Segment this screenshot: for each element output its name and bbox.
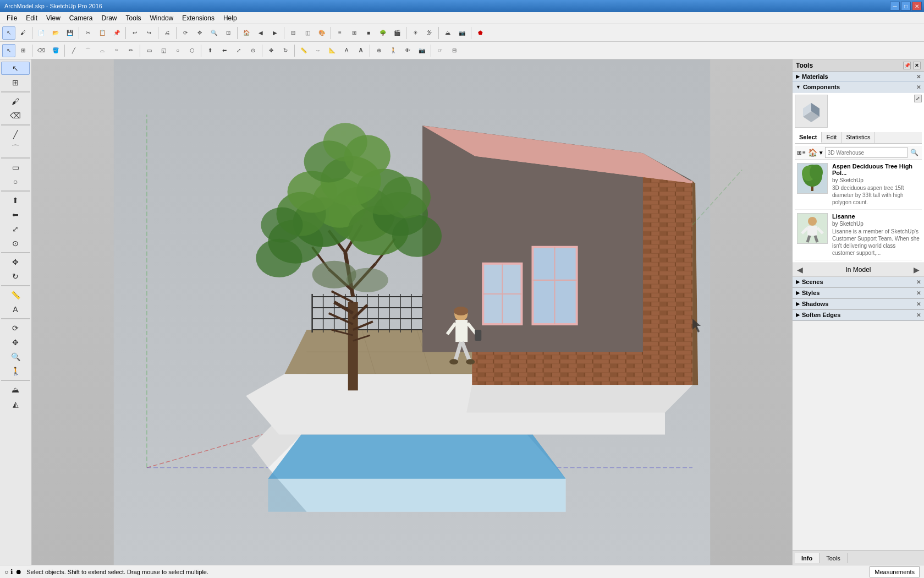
save-file-button[interactable]: 💾 xyxy=(63,26,76,40)
paint-tool-button[interactable]: 🖌 xyxy=(16,26,30,40)
list-item[interactable]: Aspen Deciduous Tree High Pol... by Sket… xyxy=(795,160,922,210)
rotated-rect-button[interactable]: ◱ xyxy=(157,44,170,57)
rectangle-tool-button[interactable]: ▭ xyxy=(142,44,156,57)
zoom-button[interactable]: 🔍 xyxy=(207,26,221,40)
menu-item-file[interactable]: File xyxy=(2,13,21,23)
scale-button[interactable]: ⤢ xyxy=(232,44,245,57)
soften-edges-close-button[interactable]: ✕ xyxy=(916,312,921,318)
styles-button[interactable]: 🎨 xyxy=(315,26,328,40)
freehand-button[interactable]: ✏ xyxy=(124,44,138,57)
styles-section-header[interactable]: ▶ Styles ✕ xyxy=(793,288,924,298)
components-section-header[interactable]: ▼ Components ✕ xyxy=(793,82,924,92)
look-button[interactable]: 👁 xyxy=(401,44,414,57)
in-model-prev-button[interactable]: ◀ xyxy=(797,265,803,274)
circle-side-button[interactable]: ○ xyxy=(1,175,30,188)
sandbox-side-button[interactable]: ⛰ xyxy=(1,383,30,396)
shadows-close-button[interactable]: ✕ xyxy=(916,301,921,307)
tape-measure-button[interactable]: 📏 xyxy=(297,44,310,57)
components-close-button[interactable]: ✕ xyxy=(916,84,921,90)
push-pull-side-button[interactable]: ⬆ xyxy=(1,194,30,207)
menu-item-draw[interactable]: Draw xyxy=(97,13,122,23)
position-camera-button[interactable]: 📷 xyxy=(415,44,428,57)
text-button[interactable]: A xyxy=(340,44,353,57)
warehouse-search-button[interactable]: 🔍 xyxy=(909,147,920,158)
move-button[interactable]: ✥ xyxy=(265,44,278,57)
status-icon-2[interactable]: ℹ xyxy=(10,568,13,576)
eraser-button[interactable]: ⌫ xyxy=(35,44,48,57)
menu-item-help[interactable]: Help xyxy=(219,13,241,23)
arc2-tool-button[interactable]: ⌓ xyxy=(96,44,109,57)
scale-side-button[interactable]: ⤢ xyxy=(1,222,30,236)
arc3-tool-button[interactable]: ⌔ xyxy=(110,44,123,57)
arc-side-button[interactable]: ⌒ xyxy=(1,142,30,155)
orbit-side-button[interactable]: ⟳ xyxy=(1,321,30,335)
close-button[interactable]: ✕ xyxy=(912,2,922,10)
menu-item-tools[interactable]: Tools xyxy=(122,13,146,23)
push-pull-button[interactable]: ⬆ xyxy=(204,44,217,57)
tab-info[interactable]: Info xyxy=(795,553,820,563)
orbit-button[interactable]: ⟳ xyxy=(179,26,192,40)
materials-button[interactable]: ■ xyxy=(362,26,375,40)
tape-side-button[interactable]: 📏 xyxy=(1,288,30,302)
paint-bucket-button[interactable]: 🪣 xyxy=(49,44,62,57)
line-side-button[interactable]: ╱ xyxy=(1,128,30,141)
pan-side-button[interactable]: ✥ xyxy=(1,336,30,349)
undo-button[interactable]: ↩ xyxy=(128,26,141,40)
scenes-close-button[interactable]: ✕ xyxy=(916,279,921,285)
copy-button[interactable]: 📋 xyxy=(96,26,109,40)
component-side-button[interactable]: ⊞ xyxy=(1,76,30,89)
zoom-extents-button[interactable]: ⊡ xyxy=(222,26,235,40)
shadows-button[interactable]: ☀ xyxy=(409,26,422,40)
list-item[interactable]: Lisanne by SketchUp Lisanne is a member … xyxy=(795,210,922,260)
section-plane-button[interactable]: ⊟ xyxy=(287,26,300,40)
circle-tool-button[interactable]: ○ xyxy=(171,44,184,57)
paint-side-button[interactable]: 🖌 xyxy=(1,95,30,108)
move-side-button[interactable]: ✥ xyxy=(1,255,30,269)
tab-select[interactable]: Select xyxy=(795,132,822,143)
ruby-console-button[interactable]: ⬟ xyxy=(474,26,487,40)
select-tool2-button[interactable]: ↖ xyxy=(2,44,15,57)
expand-components-button[interactable]: ⤢ xyxy=(914,95,922,102)
list-view-icon[interactable]: ≡ xyxy=(802,150,806,156)
canvas-area[interactable] xyxy=(32,59,792,565)
layers-button[interactable]: ≡ xyxy=(333,26,346,40)
menu-item-window[interactable]: Window xyxy=(146,13,178,23)
pin-button[interactable]: 📌 xyxy=(903,62,911,69)
new-file-button[interactable]: 📄 xyxy=(35,26,48,40)
polygon-tool-button[interactable]: ⬡ xyxy=(185,44,199,57)
3d-text-button[interactable]: A xyxy=(354,44,367,57)
open-file-button[interactable]: 📂 xyxy=(49,26,62,40)
menu-item-edit[interactable]: Edit xyxy=(21,13,42,23)
soften-edges-section-header[interactable]: ▶ Soften Edges ✕ xyxy=(793,310,924,320)
component-tool-button[interactable]: ⊞ xyxy=(16,44,30,57)
previous-view-button[interactable]: ◀ xyxy=(254,26,267,40)
status-icon-1[interactable]: ○ xyxy=(4,568,8,576)
in-model-next-button[interactable]: ▶ xyxy=(914,265,920,274)
components-button[interactable]: ⊞ xyxy=(348,26,361,40)
redo-button[interactable]: ↪ xyxy=(142,26,156,40)
protractor-button[interactable]: 📐 xyxy=(326,44,339,57)
dimension-button[interactable]: ↔ xyxy=(311,44,324,57)
offset-button[interactable]: ⊙ xyxy=(246,44,260,57)
maximize-button[interactable]: □ xyxy=(901,2,911,10)
fog-button[interactable]: 🌫 xyxy=(423,26,436,40)
line-tool-button[interactable]: ╱ xyxy=(67,44,80,57)
menu-item-camera[interactable]: Camera xyxy=(65,13,97,23)
close-panel-button[interactable]: ✕ xyxy=(913,62,921,69)
eraser-side-button[interactable]: ⌫ xyxy=(1,109,30,122)
display-mode-button[interactable]: ◫ xyxy=(301,26,314,40)
tab-tools[interactable]: Tools xyxy=(820,553,848,563)
cut-button[interactable]: ✂ xyxy=(81,26,95,40)
shadows-section-header[interactable]: ▶ Shadows ✕ xyxy=(793,299,924,309)
rectangle-side-button[interactable]: ▭ xyxy=(1,161,30,174)
nav-chevron-icon[interactable]: ▼ xyxy=(818,150,824,156)
select-side-button[interactable]: ↖ xyxy=(1,62,30,75)
select-tool-button[interactable]: ↖ xyxy=(2,26,15,40)
sandbox2-side-button[interactable]: ◭ xyxy=(1,397,30,411)
zoom-side-button[interactable]: 🔍 xyxy=(1,350,30,363)
walk-side-button[interactable]: 🚶 xyxy=(1,364,30,378)
text-side-button[interactable]: A xyxy=(1,303,30,316)
pan-button[interactable]: ✥ xyxy=(193,26,206,40)
sandbox-button[interactable]: ⛰ xyxy=(441,26,454,40)
rotate-side-button[interactable]: ↻ xyxy=(1,270,30,283)
